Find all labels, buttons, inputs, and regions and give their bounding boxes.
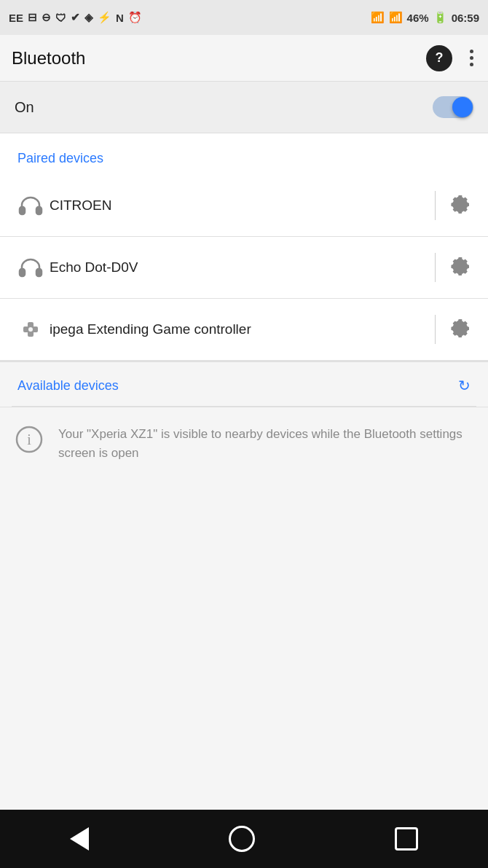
status-bar: EE ⊟ ⊖ 🛡 ✔ ◈ ⚡ N ⏰ 📶 📶 46% 🔋 06:59 <box>0 0 488 35</box>
ee-icon: EE <box>9 12 23 24</box>
page-title: Bluetooth <box>12 48 426 69</box>
home-button[interactable] <box>229 826 255 852</box>
more-dot-2 <box>470 56 473 60</box>
wifi-shield-icon: ◈ <box>84 11 93 24</box>
visibility-info: i Your "Xperia XZ1" is visible to nearby… <box>0 407 488 480</box>
device-divider <box>435 191 436 220</box>
device-settings-citroen[interactable] <box>444 188 476 223</box>
paired-devices-header: Paired devices <box>0 133 488 175</box>
svg-rect-0 <box>20 207 25 214</box>
bluetooth-toggle-section: On <box>0 82 488 133</box>
info-icon: i <box>12 425 47 454</box>
svg-rect-1 <box>36 207 42 214</box>
available-devices-label: Available devices <box>17 378 119 394</box>
main-content: Paired devices CITROEN <box>0 133 488 480</box>
app-bar-icons: ? <box>426 45 476 71</box>
more-dot-3 <box>470 63 473 66</box>
device-name-citroen: CITROEN <box>50 198 426 214</box>
back-button[interactable] <box>70 827 89 851</box>
minus-icon: ⊖ <box>42 11 51 24</box>
gamepad-icon <box>12 315 50 344</box>
more-dot-1 <box>470 50 473 53</box>
device-settings-ipega[interactable] <box>444 312 476 347</box>
shield-icon: 🛡 <box>55 12 66 24</box>
svg-point-6 <box>28 327 33 332</box>
wifi-icon: 📶 <box>371 11 385 24</box>
check-icon: ✔ <box>71 11 80 24</box>
status-bar-right: 📶 📶 46% 🔋 06:59 <box>371 11 479 24</box>
toggle-label: On <box>15 99 34 116</box>
headphone-icon <box>12 192 50 219</box>
nfc-icon: N <box>116 12 124 24</box>
headphone-icon <box>12 254 50 281</box>
refresh-icon[interactable]: ↻ <box>458 377 471 394</box>
visibility-info-text: Your "Xperia XZ1" is visible to nearby d… <box>58 425 476 462</box>
svg-rect-2 <box>20 269 25 276</box>
list-item[interactable]: Echo Dot-D0V <box>0 237 488 299</box>
battery-icon: 🔋 <box>433 11 447 24</box>
more-menu-button[interactable] <box>467 47 476 69</box>
bottom-navigation <box>0 810 488 868</box>
time-display: 06:59 <box>452 12 479 24</box>
device-name-ipega: ipega Extending Game controller <box>50 321 426 337</box>
device-settings-echo[interactable] <box>444 250 476 285</box>
recents-button[interactable] <box>395 827 418 851</box>
list-item[interactable]: CITROEN <box>0 175 488 237</box>
signal-icon: 📶 <box>389 11 403 24</box>
alarm-icon: ⏰ <box>128 11 142 24</box>
list-item[interactable]: ipega Extending Game controller <box>0 299 488 361</box>
toggle-thumb <box>452 97 473 117</box>
bluetooth-icon: ⚡ <box>98 11 111 24</box>
device-divider <box>435 253 436 282</box>
qr-icon: ⊟ <box>28 11 37 24</box>
available-devices-header: Available devices ↻ <box>0 362 488 406</box>
help-button[interactable]: ? <box>426 45 452 71</box>
bluetooth-toggle[interactable] <box>433 96 473 118</box>
status-bar-left: EE ⊟ ⊖ 🛡 ✔ ◈ ⚡ N ⏰ <box>9 11 142 24</box>
battery-percent: 46% <box>407 12 429 24</box>
paired-devices-list: CITROEN Echo Dot-D0V <box>0 175 488 361</box>
device-divider <box>435 315 436 344</box>
available-devices-section: Available devices ↻ i Your "Xperia XZ1" … <box>0 361 488 480</box>
svg-text:i: i <box>27 431 31 447</box>
device-name-echo: Echo Dot-D0V <box>50 259 426 275</box>
app-bar: Bluetooth ? <box>0 35 488 82</box>
svg-rect-3 <box>36 269 42 276</box>
